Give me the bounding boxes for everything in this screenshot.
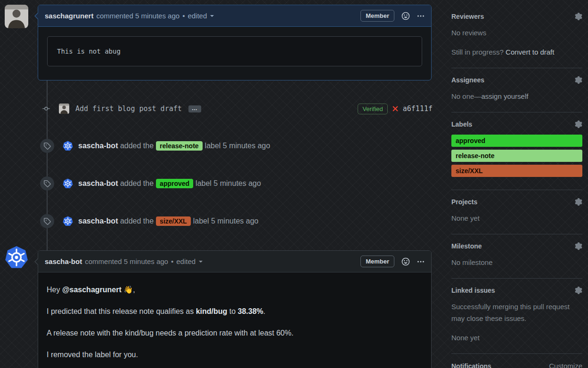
- actor-link[interactable]: sascha-bot: [78, 179, 118, 187]
- section-head: Milestone: [451, 242, 582, 250]
- kebab-menu-button[interactable]: [417, 12, 425, 20]
- section-title: Labels: [451, 120, 472, 128]
- tag-event-badge: [40, 214, 54, 228]
- comment-meta: commented 5 minutes ago: [96, 12, 180, 20]
- section-title: Projects: [451, 198, 477, 206]
- chevron-down-icon: [197, 258, 204, 265]
- sidebar-section-projects: Projects None yet: [451, 190, 582, 234]
- section-head: Reviewers: [451, 13, 582, 20]
- section-head: Linked issues: [451, 287, 582, 294]
- section-head: Assignees: [451, 76, 582, 84]
- smiley-icon: [401, 12, 410, 20]
- greeting-paragraph: Hey @saschagrunert 👋,: [47, 285, 423, 295]
- section-head: Notifications Customize: [451, 362, 582, 368]
- verified-badge[interactable]: Verified: [358, 104, 387, 114]
- assign-yourself-link[interactable]: assign yourself: [481, 92, 528, 100]
- sascha-bot-avatar[interactable]: [63, 141, 73, 151]
- requirement-paragraph: A release note with the kind/bug needs a…: [47, 328, 423, 338]
- sascha-bot-avatar[interactable]: [63, 216, 73, 226]
- gear-icon[interactable]: [575, 287, 582, 294]
- convert-to-draft-link[interactable]: Convert to draft: [506, 48, 554, 56]
- actor-link[interactable]: sascha-bot: [78, 142, 118, 150]
- kubernetes-icon: [5, 246, 28, 269]
- commit-row: Add first blog post draft … Verified a6f…: [0, 102, 433, 115]
- person-photo-icon: [5, 5, 28, 28]
- gear-icon[interactable]: [575, 120, 582, 128]
- event-action: added the: [118, 179, 154, 187]
- comment-author-link[interactable]: saschagrunert: [45, 12, 93, 20]
- commit-expand-button[interactable]: …: [188, 105, 201, 112]
- chevron-down-icon: [208, 12, 216, 20]
- text: Still in progress?: [451, 48, 506, 56]
- edited-label: edited: [188, 12, 207, 20]
- kubernetes-icon: [63, 141, 73, 151]
- label-pill-size-xxl[interactable]: size/XXL: [451, 165, 582, 177]
- kebab-icon: [417, 258, 425, 265]
- event-text: sascha-bot added thesize/XXLlabel 5 minu…: [78, 216, 258, 226]
- label-event-row: sascha-bot added thesize/XXLlabel 5 minu…: [0, 214, 433, 228]
- sidebar-section-labels: Labels approved release-note size/XXL: [451, 112, 582, 190]
- commit-author-avatar[interactable]: [59, 104, 69, 114]
- kebab-icon: [417, 12, 425, 20]
- label-pill[interactable]: release-note: [156, 141, 202, 151]
- comment-author-link[interactable]: sascha-bot: [45, 257, 82, 265]
- label-pill[interactable]: approved: [156, 179, 193, 188]
- event-action: added the: [118, 217, 154, 225]
- meta-separator: •: [171, 257, 173, 265]
- text: .: [263, 307, 265, 315]
- actor-link[interactable]: sascha-bot: [78, 217, 118, 225]
- text: No one—: [451, 92, 481, 100]
- label-pill[interactable]: size/XXL: [156, 216, 191, 226]
- kubernetes-icon: [63, 178, 73, 189]
- section-title: Assignees: [451, 76, 484, 84]
- tag-icon: [43, 180, 51, 187]
- avatar-saschagrunert[interactable]: [5, 5, 28, 28]
- percentage-bold: 38.38%: [238, 307, 263, 315]
- kind-bug-bold: kind/bug: [196, 307, 228, 315]
- edited-dropdown[interactable]: edited: [176, 257, 204, 265]
- smiley-icon: [401, 257, 410, 266]
- section-title: Milestone: [451, 242, 482, 250]
- commit-status: Verified a6f111f: [358, 104, 433, 114]
- event-text: sascha-bot added therelease-notelabel 5 …: [78, 141, 270, 151]
- avatar-sascha-bot[interactable]: [5, 246, 28, 269]
- member-badge: Member: [360, 256, 394, 267]
- linked-issues-description: Successfully merging this pull request m…: [451, 301, 582, 324]
- comment-meta: commented 5 minutes ago: [85, 257, 168, 265]
- sidebar: Reviewers No reviews Still in progress? …: [451, 5, 582, 368]
- gear-icon[interactable]: [575, 76, 582, 84]
- header-actions: Member: [360, 10, 425, 22]
- commit-sha-link[interactable]: a6f111f: [403, 104, 433, 113]
- edited-dropdown[interactable]: edited: [188, 12, 216, 20]
- event-text: sascha-bot added theapprovedlabel 5 minu…: [78, 179, 261, 188]
- label-pill-approved[interactable]: approved: [451, 135, 582, 147]
- event-suffix: label 5 minutes ago: [196, 179, 261, 187]
- label-pill-release-note[interactable]: release-note: [451, 150, 582, 162]
- sidebar-section-assignees: Assignees No one—assign yourself: [451, 68, 582, 112]
- comment-saschagrunert: saschagrunert commented 5 minutes ago • …: [38, 5, 432, 80]
- prediction-paragraph: I predicted that this release note quali…: [47, 307, 423, 316]
- section-title: Reviewers: [451, 13, 484, 20]
- gear-icon[interactable]: [575, 198, 582, 206]
- event-action: added the: [118, 142, 154, 150]
- edited-label: edited: [176, 257, 196, 265]
- customize-link[interactable]: Customize: [549, 362, 582, 368]
- meta-separator: •: [182, 12, 185, 20]
- gear-icon[interactable]: [575, 13, 582, 20]
- no-reviews-text: No reviews: [451, 27, 582, 39]
- comment-sascha-bot: sascha-bot commented 5 minutes ago • edi…: [38, 250, 432, 368]
- section-head: Projects: [451, 198, 582, 206]
- commit-message-link[interactable]: Add first blog post draft: [75, 104, 182, 113]
- person-photo-icon: [59, 104, 69, 114]
- tag-event-badge: [40, 176, 54, 191]
- timeline-main: saschagrunert commented 5 minutes ago • …: [0, 5, 433, 368]
- section-title: Notifications: [451, 362, 491, 368]
- convert-draft-row: Still in progress? Convert to draft: [451, 46, 582, 58]
- kebab-menu-button[interactable]: [417, 258, 425, 265]
- mention-link[interactable]: @saschagrunert: [62, 286, 122, 294]
- emoji-reaction-button[interactable]: [401, 257, 410, 266]
- gear-icon[interactable]: [575, 242, 582, 250]
- emoji-reaction-button[interactable]: [401, 12, 410, 20]
- failed-check-x-icon[interactable]: [392, 105, 399, 112]
- sascha-bot-avatar[interactable]: [63, 178, 73, 189]
